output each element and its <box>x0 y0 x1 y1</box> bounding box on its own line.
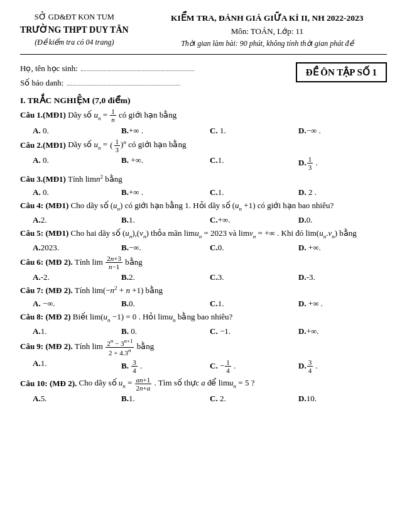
q3-c: C.1. <box>210 187 298 198</box>
q2-d: D.13 . <box>298 155 387 172</box>
q1-d: D.−∞ . <box>298 125 387 136</box>
student-id-line: Số báo danh: <box>20 75 194 90</box>
q4-text: Cho dãy số (un) có giới hạn bằng 1. Hỏi … <box>71 201 334 210</box>
q10-text: Cho dãy số un = an+12n+a . Tìm số thực a… <box>79 378 255 387</box>
q2-answers: A. 0. B. +∞. C.1. D.13 . <box>33 155 387 172</box>
header-right: KIỂM TRA, ĐÁNH GIÁ GIỮA KÌ II, NH 2022-2… <box>129 11 387 50</box>
q4-d: D.0. <box>298 214 387 226</box>
q3-answers: A. 0. B.+∞ . C.1. D. 2 . <box>33 187 387 198</box>
page-note: (Đề kiểm tra có 04 trang) <box>20 36 129 48</box>
q5-d: D. +∞. <box>298 242 387 253</box>
q5-label: Câu 5: (MĐ1) <box>20 228 68 238</box>
q4-b: B.1. <box>121 214 210 226</box>
q4-label: Câu 4: (MĐ1) <box>20 201 68 210</box>
question-9: Câu 9: (MĐ 2). Tính lim 2n − 3n+12 + 4.3… <box>20 338 387 357</box>
q6-text: Tính lim 2n+3n−1 bằng <box>75 257 143 267</box>
q5-a: A.2023. <box>33 242 121 253</box>
q8-a: A.1. <box>33 326 121 337</box>
q7-b: B.0. <box>121 298 210 309</box>
q6-a: A.-2. <box>33 272 121 283</box>
q10-c: C. 2. <box>210 393 298 404</box>
question-4: Câu 4: (MĐ1) Cho dãy số (un) có giới hạn… <box>20 199 387 213</box>
question-7: Câu 7: (MĐ 2). Tính lim(−n2 + n +1) bằng <box>20 284 387 297</box>
q10-answers: A.5. B.1. C. 2. D.10. <box>33 393 387 404</box>
q7-label: Câu 7: (MĐ 2). <box>20 285 73 295</box>
q5-b: B.−∞. <box>121 242 210 253</box>
q5-c: C.0. <box>210 242 298 253</box>
question-8: Câu 8: (MĐ 2) Biết lim(un −1) = 0 . Hỏi … <box>20 311 387 324</box>
q9-text: Tính lim 2n − 3n+12 + 4.3n bằng <box>75 341 154 351</box>
q4-c: C.+∞. <box>210 214 298 226</box>
q9-answers: A.1. B. 34 . C. −14 . D.34 . <box>33 358 387 375</box>
q5-answers: A.2023. B.−∞. C.0. D. +∞. <box>33 242 387 253</box>
q6-d: D.-3. <box>298 272 387 283</box>
q1-a: A. 0. <box>33 125 121 136</box>
q1-answers: A. 0. B.+∞ . C. 1. D.−∞ . <box>33 125 387 136</box>
q9-b: B. 34 . <box>121 358 210 375</box>
question-3: Câu 3.(MĐ1) Tính limn2 bằng <box>20 173 387 186</box>
q1-text: Dãy số un = 1n có giới hạn bằng <box>68 110 176 119</box>
q2-text: Dãy số un = (13)n có giới hạn bằng <box>68 140 186 149</box>
student-info-left: Họ, tên học sinh: Số báo danh: <box>20 61 194 91</box>
q2-label: Câu 2.(MĐ1) <box>20 140 66 149</box>
q9-a: A.1. <box>33 358 121 375</box>
q9-d: D.34 . <box>298 358 387 375</box>
q1-c: C. 1. <box>210 125 298 136</box>
school-name: TRƯỜNG THPT DUY TÂN <box>20 23 129 36</box>
time-note: Thời gian làm bài: 90 phút, không tính t… <box>148 38 387 50</box>
question-5: Câu 5: (MĐ1) Cho hai dãy số (un),(vn) th… <box>20 227 387 241</box>
exam-title: KIỂM TRA, ĐÁNH GIÁ GIỮA KÌ II, NH 2022-2… <box>148 11 387 25</box>
q4-a: A.2. <box>33 214 121 226</box>
q2-b: B. +∞. <box>121 155 210 172</box>
q10-label: Câu 10: (MĐ 2). <box>20 378 77 387</box>
question-6: Câu 6: (MĐ 2). Tính lim 2n+3n−1 bằng <box>20 255 387 270</box>
q9-label: Câu 9: (MĐ 2). <box>20 341 73 351</box>
q3-b: B.+∞ . <box>121 187 210 198</box>
q2-a: A. 0. <box>33 155 121 172</box>
q3-a: A. 0. <box>33 187 121 198</box>
question-2: Câu 2.(MĐ1) Dãy số un = (13)n có giới hạ… <box>20 138 387 153</box>
question-10: Câu 10: (MĐ 2). Cho dãy số un = an+12n+a… <box>20 376 387 392</box>
q4-answers: A.2. B.1. C.+∞. D.0. <box>33 214 387 226</box>
q6-label: Câu 6: (MĐ 2). <box>20 257 73 267</box>
student-info: Họ, tên học sinh: Số báo danh: ĐỀ ÔN TẬP… <box>20 61 387 91</box>
section-title: I. TRẮC NGHIỆM (7,0 điểm) <box>20 95 387 106</box>
q7-a: A. −∞. <box>33 298 121 309</box>
q7-d: D. +∞ . <box>298 298 387 309</box>
student-name-line: Họ, tên học sinh: <box>20 61 194 75</box>
question-1: Câu 1.(MĐ1) Dãy số un = 1n có giới hạn b… <box>20 108 387 123</box>
q1-label: Câu 1.(MĐ1) <box>20 110 66 119</box>
q6-b: B.2. <box>121 272 210 283</box>
q8-answers: A.1. B. 0. C. −1. D.+∞. <box>33 326 387 337</box>
q10-a: A.5. <box>33 393 121 404</box>
q3-d: D. 2 . <box>298 187 387 198</box>
q2-c: C.1. <box>210 155 298 172</box>
q7-c: C.1. <box>210 298 298 309</box>
q3-text: Tính limn2 bằng <box>68 174 122 184</box>
q10-b: B.1. <box>121 393 210 404</box>
q8-c: C. −1. <box>210 326 298 337</box>
q10-d: D.10. <box>298 393 387 404</box>
q9-c: C. −14 . <box>210 358 298 375</box>
header-left: SỞ GD&ĐT KON TUM TRƯỜNG THPT DUY TÂN (Đề… <box>20 11 129 48</box>
q8-text: Biết lim(un −1) = 0 . Hỏi limun bằng bao… <box>73 312 233 321</box>
q6-c: C.3. <box>210 272 298 283</box>
dept-label: SỞ GD&ĐT KON TUM <box>20 11 129 23</box>
subject: Môn: TOÁN, Lớp: 11 <box>148 25 387 38</box>
q8-d: D.+∞. <box>298 326 387 337</box>
q8-b: B. 0. <box>121 326 210 337</box>
q5-text: Cho hai dãy số (un),(vn) thỏa mãn limun … <box>71 228 357 238</box>
exam-box: ĐỀ ÔN TẬP SỐ 1 <box>296 62 387 82</box>
q6-answers: A.-2. B.2. C.3. D.-3. <box>33 272 387 283</box>
q3-label: Câu 3.(MĐ1) <box>20 174 66 184</box>
q7-answers: A. −∞. B.0. C.1. D. +∞ . <box>33 298 387 309</box>
q8-label: Câu 8: (MĐ 2) <box>20 312 71 321</box>
q7-text: Tính lim(−n2 + n +1) bằng <box>75 285 163 295</box>
q1-b: B.+∞ . <box>121 125 210 136</box>
